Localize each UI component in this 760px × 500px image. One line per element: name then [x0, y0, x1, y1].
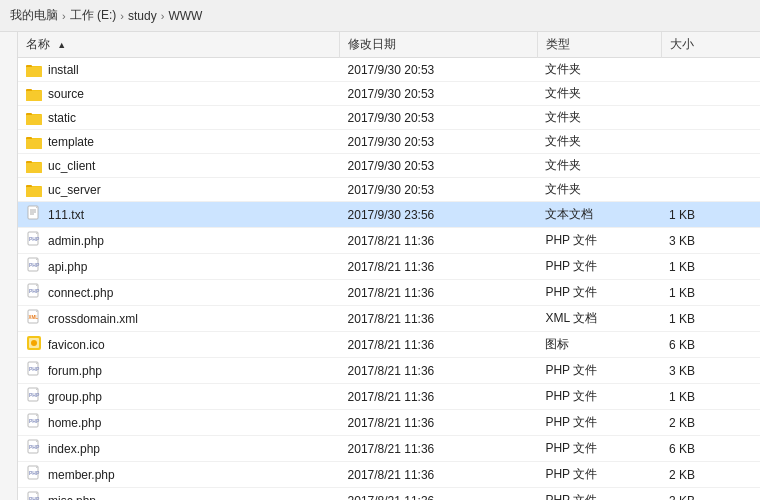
table-row[interactable]: static 2017/9/30 20:53 文件夹	[18, 106, 760, 130]
svg-text:PHP: PHP	[29, 496, 40, 500]
file-type: 文本文档	[537, 202, 661, 228]
php-icon: PHP	[26, 439, 42, 458]
php-icon: PHP	[26, 491, 42, 500]
php-icon: PHP	[26, 413, 42, 432]
file-date: 2017/8/21 11:36	[340, 358, 538, 384]
file-name-cell: PHP connect.php	[18, 280, 340, 306]
table-row[interactable]: uc_client 2017/9/30 20:53 文件夹	[18, 154, 760, 178]
breadcrumb-bar: 我的电脑 › 工作 (E:) › study › WWW	[0, 0, 760, 32]
folder-icon	[26, 110, 42, 126]
file-type: XML 文档	[537, 306, 661, 332]
php-icon: PHP	[26, 231, 42, 250]
table-row[interactable]: 111.txt 2017/9/30 23:56 文本文档 1 KB	[18, 202, 760, 228]
table-row[interactable]: template 2017/9/30 20:53 文件夹	[18, 130, 760, 154]
table-row[interactable]: PHP member.php 2017/8/21 11:36 PHP 文件 2 …	[18, 462, 760, 488]
svg-text:XML: XML	[29, 315, 39, 320]
php-icon: PHP	[26, 283, 42, 302]
file-name-text: connect.php	[48, 286, 113, 300]
table-row[interactable]: source 2017/9/30 20:53 文件夹	[18, 82, 760, 106]
file-name-text: uc_server	[48, 183, 101, 197]
col-header-name[interactable]: 名称 ▲	[18, 32, 340, 58]
table-row[interactable]: PHP home.php 2017/8/21 11:36 PHP 文件 2 KB	[18, 410, 760, 436]
svg-text:PHP: PHP	[29, 262, 40, 268]
file-name-cell: PHP misc.php	[18, 488, 340, 501]
file-date: 2017/9/30 23:56	[340, 202, 538, 228]
file-name-text: member.php	[48, 468, 115, 482]
file-size	[661, 82, 760, 106]
table-row[interactable]: PHP index.php 2017/8/21 11:36 PHP 文件 6 K…	[18, 436, 760, 462]
file-size	[661, 130, 760, 154]
col-header-type[interactable]: 类型	[537, 32, 661, 58]
folder-icon	[26, 86, 42, 102]
sort-arrow-icon: ▲	[57, 40, 66, 50]
file-list: install 2017/9/30 20:53 文件夹 source 2017/…	[18, 58, 760, 501]
breadcrumb-part-3[interactable]: WWW	[168, 9, 202, 23]
file-size	[661, 154, 760, 178]
file-name-cell: source	[18, 82, 340, 106]
file-size: 1 KB	[661, 384, 760, 410]
file-area[interactable]: 名称 ▲ 修改日期 类型 大小	[18, 32, 760, 500]
file-type: PHP 文件	[537, 436, 661, 462]
table-row[interactable]: XML crossdomain.xml 2017/8/21 11:36 XML …	[18, 306, 760, 332]
svg-text:PHP: PHP	[29, 470, 40, 476]
file-size: 2 KB	[661, 462, 760, 488]
table-row[interactable]: install 2017/9/30 20:53 文件夹	[18, 58, 760, 82]
svg-text:PHP: PHP	[29, 418, 40, 424]
file-name-text: 111.txt	[48, 208, 84, 222]
file-name-cell: PHP admin.php	[18, 228, 340, 254]
file-name-text: index.php	[48, 442, 100, 456]
file-type: PHP 文件	[537, 384, 661, 410]
file-type: 文件夹	[537, 130, 661, 154]
table-row[interactable]: favicon.ico 2017/8/21 11:36 图标 6 KB	[18, 332, 760, 358]
file-name-cell: XML crossdomain.xml	[18, 306, 340, 332]
svg-rect-29	[26, 187, 42, 197]
file-type: PHP 文件	[537, 280, 661, 306]
table-row[interactable]: PHP connect.php 2017/8/21 11:36 PHP 文件 1…	[18, 280, 760, 306]
file-size: 3 KB	[661, 228, 760, 254]
svg-text:PHP: PHP	[29, 288, 40, 294]
file-name-cell: PHP home.php	[18, 410, 340, 436]
file-size	[661, 58, 760, 82]
folder-icon	[26, 62, 42, 78]
col-header-date[interactable]: 修改日期	[340, 32, 538, 58]
col-header-size[interactable]: 大小	[661, 32, 760, 58]
file-date: 2017/8/21 11:36	[340, 436, 538, 462]
svg-rect-19	[26, 139, 42, 149]
file-type: 文件夹	[537, 106, 661, 130]
table-row[interactable]: PHP api.php 2017/8/21 11:36 PHP 文件 1 KB	[18, 254, 760, 280]
file-date: 2017/8/21 11:36	[340, 462, 538, 488]
file-date: 2017/8/21 11:36	[340, 384, 538, 410]
folder-icon	[26, 134, 42, 150]
svg-rect-24	[26, 163, 42, 173]
file-date: 2017/9/30 20:53	[340, 178, 538, 202]
table-row[interactable]: PHP group.php 2017/8/21 11:36 PHP 文件 1 K…	[18, 384, 760, 410]
svg-point-49	[31, 340, 37, 346]
main-container: 名称 ▲ 修改日期 类型 大小	[0, 32, 760, 500]
svg-text:PHP: PHP	[29, 392, 40, 398]
svg-rect-9	[26, 91, 42, 101]
xml-icon: XML	[26, 309, 42, 328]
breadcrumb-sep-1: ›	[120, 10, 124, 22]
file-name-text: uc_client	[48, 159, 95, 173]
breadcrumb-part-1[interactable]: 工作 (E:)	[70, 7, 117, 24]
php-icon: PHP	[26, 387, 42, 406]
file-date: 2017/8/21 11:36	[340, 228, 538, 254]
php-icon: PHP	[26, 257, 42, 276]
file-name-cell: PHP group.php	[18, 384, 340, 410]
file-date: 2017/8/21 11:36	[340, 488, 538, 501]
file-size	[661, 178, 760, 202]
file-date: 2017/9/30 20:53	[340, 154, 538, 178]
file-date: 2017/8/21 11:36	[340, 280, 538, 306]
svg-rect-4	[26, 67, 42, 77]
file-size: 3 KB	[661, 488, 760, 501]
table-row[interactable]: PHP misc.php 2017/8/21 11:36 PHP 文件 3 KB	[18, 488, 760, 501]
breadcrumb-part-2[interactable]: study	[128, 9, 157, 23]
table-row[interactable]: PHP forum.php 2017/8/21 11:36 PHP 文件 3 K…	[18, 358, 760, 384]
table-row[interactable]: uc_server 2017/9/30 20:53 文件夹	[18, 178, 760, 202]
table-row[interactable]: PHP admin.php 2017/8/21 11:36 PHP 文件 3 K…	[18, 228, 760, 254]
file-type: PHP 文件	[537, 358, 661, 384]
file-name-text: install	[48, 63, 79, 77]
breadcrumb-part-0[interactable]: 我的电脑	[10, 7, 58, 24]
file-size: 1 KB	[661, 280, 760, 306]
file-name-text: home.php	[48, 416, 101, 430]
